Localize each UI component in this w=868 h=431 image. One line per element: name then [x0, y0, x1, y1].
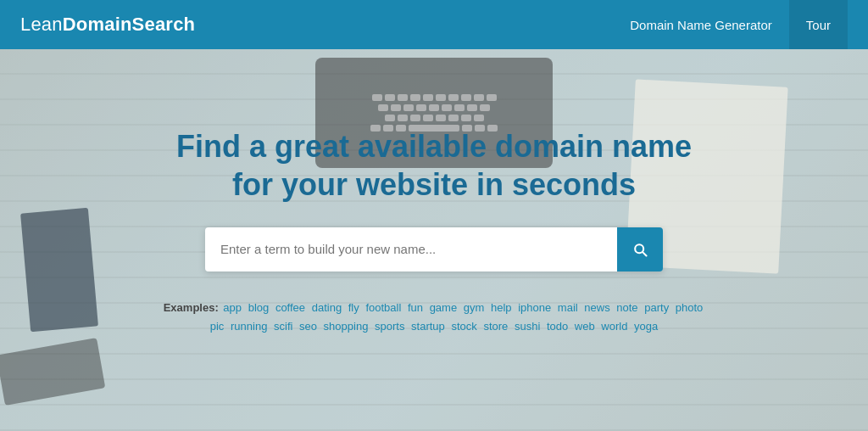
example-link[interactable]: news	[584, 301, 609, 314]
examples: Examples: app blog coffee dating fly foo…	[163, 299, 705, 336]
example-link[interactable]: blog	[248, 301, 270, 314]
typewriter-key	[474, 115, 484, 121]
typewriter-row	[385, 115, 484, 121]
typewriter-key	[403, 104, 414, 111]
logo-lean: Lean	[20, 14, 63, 35]
typewriter-row	[372, 94, 497, 101]
example-link[interactable]: iphone	[518, 301, 551, 314]
example-link[interactable]: app	[223, 301, 242, 314]
example-link[interactable]: web	[575, 320, 595, 333]
example-link[interactable]: running	[231, 320, 267, 333]
typewriter-key	[448, 94, 459, 101]
typewriter-key	[391, 104, 401, 111]
typewriter-key	[398, 115, 408, 121]
example-link[interactable]: game	[430, 301, 458, 314]
example-link[interactable]: shopping	[324, 320, 369, 333]
example-link[interactable]: pic	[210, 320, 225, 333]
nav-tour[interactable]: Tour	[789, 0, 848, 49]
typewriter-row	[378, 104, 490, 111]
example-link[interactable]: coffee	[275, 301, 305, 314]
typewriter-key	[461, 115, 471, 121]
example-link[interactable]: todo	[547, 320, 568, 333]
hero-content: Find a great available domain name for y…	[163, 127, 705, 336]
example-link[interactable]: startup	[411, 320, 445, 333]
header: LeanDomainSearch Domain Name Generator T…	[0, 0, 868, 49]
example-link[interactable]: scifi	[274, 320, 292, 333]
example-link[interactable]: photo	[676, 301, 704, 314]
hero-heading: Find a great available domain name for y…	[176, 127, 692, 204]
typewriter-key	[461, 94, 471, 101]
typewriter-key	[398, 94, 408, 101]
typewriter-key	[474, 94, 484, 101]
typewriter-key	[423, 94, 433, 101]
nav: Domain Name Generator Tour	[613, 0, 848, 49]
typewriter-key	[436, 94, 446, 101]
example-link[interactable]: mail	[558, 301, 578, 314]
example-link[interactable]: help	[491, 301, 512, 314]
typewriter-key	[487, 94, 497, 101]
example-link[interactable]: fun	[408, 301, 423, 314]
example-link[interactable]: seo	[299, 320, 317, 333]
search-bar	[205, 227, 663, 271]
example-link[interactable]: note	[616, 301, 637, 314]
typewriter-key	[454, 104, 465, 111]
typewriter-key	[378, 104, 388, 111]
example-link[interactable]: sports	[375, 320, 404, 333]
example-link[interactable]: yoga	[634, 320, 658, 333]
search-button[interactable]	[617, 227, 663, 271]
logo[interactable]: LeanDomainSearch	[20, 14, 195, 36]
example-link[interactable]: football	[365, 301, 401, 314]
hero-book-decoration	[20, 208, 98, 332]
typewriter-key	[436, 115, 446, 121]
example-link[interactable]: stock	[451, 320, 476, 333]
typewriter-key	[372, 94, 382, 101]
logo-domain-search: DomainSearch	[63, 14, 195, 35]
hero-section: Find a great available domain name for y…	[0, 49, 868, 431]
typewriter-key	[410, 94, 420, 101]
typewriter-key	[416, 104, 426, 111]
search-input[interactable]	[205, 227, 617, 271]
example-link[interactable]: party	[644, 301, 669, 314]
typewriter-key	[480, 104, 490, 111]
example-link[interactable]: fly	[348, 301, 359, 314]
example-link[interactable]: world	[601, 320, 627, 333]
typewriter-key	[423, 115, 433, 121]
example-link[interactable]: store	[483, 320, 508, 333]
examples-links: app blog coffee dating fly football fun …	[209, 301, 705, 333]
typewriter-key	[410, 115, 420, 121]
typewriter-key	[385, 115, 395, 121]
typewriter-key	[467, 104, 477, 111]
example-link[interactable]: dating	[312, 301, 342, 314]
typewriter-key	[448, 115, 459, 121]
typewriter-key	[442, 104, 452, 111]
typewriter-key	[385, 94, 395, 101]
search-icon	[632, 241, 648, 258]
typewriter-key	[429, 104, 439, 111]
nav-domain-name-generator[interactable]: Domain Name Generator	[613, 0, 789, 49]
example-link[interactable]: sushi	[515, 320, 540, 333]
example-link[interactable]: gym	[464, 301, 485, 314]
examples-label: Examples:	[164, 301, 219, 314]
